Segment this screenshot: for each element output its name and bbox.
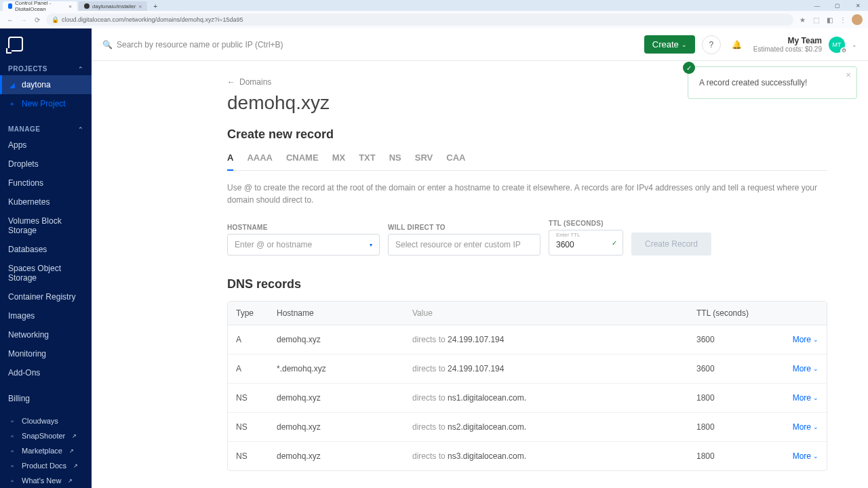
tab-close-icon[interactable]: × xyxy=(138,3,142,9)
window-close[interactable]: ✕ xyxy=(848,0,868,11)
do-favicon-icon xyxy=(8,3,12,9)
cell-hostname: *.demohq.xyz xyxy=(277,364,412,373)
window-maximize[interactable]: ▢ xyxy=(827,0,848,11)
team-info: My Team Estimated costs: $0.29 xyxy=(753,36,822,53)
tab-bar: Control Panel - DigitalOcean × daytonaio… xyxy=(0,0,868,11)
tab-ns[interactable]: NS xyxy=(389,152,401,170)
table-row: NSdemohq.xyzdirects to ns1.digitalocean.… xyxy=(228,384,827,413)
help-icon[interactable]: ? xyxy=(702,35,721,54)
sidebar-footer-snapshooter[interactable]: ▫SnapShooter↗ xyxy=(0,428,92,443)
nav-reload-icon[interactable]: ⟳ xyxy=(33,15,42,24)
create-button[interactable]: Create ⌄ xyxy=(644,35,695,54)
sidebar-item-apps[interactable]: Apps xyxy=(0,136,92,155)
sidebar-item-add-ons[interactable]: Add-Ons xyxy=(0,363,92,382)
chevron-down-icon[interactable]: ⌄ xyxy=(852,41,857,48)
team-cost: Estimated costs: $0.29 xyxy=(753,45,822,53)
manage-header[interactable]: MANAGE ⌃ xyxy=(0,120,92,136)
sidebar-footer-cloudways[interactable]: ▫Cloudways xyxy=(0,413,92,428)
digitalocean-logo-icon xyxy=(8,37,23,52)
nav-back-icon[interactable]: ← xyxy=(5,15,15,24)
ext-icon[interactable]: ⬚ xyxy=(811,15,821,24)
nav-forward-icon[interactable]: → xyxy=(19,15,28,24)
chevron-down-icon: ▾ xyxy=(370,242,372,248)
browser-tab[interactable]: daytonaio/installer × xyxy=(79,1,147,11)
external-link-icon: ↗ xyxy=(73,463,78,469)
more-button[interactable]: More ⌄ xyxy=(793,364,818,373)
search-input[interactable]: 🔍 Search by resource name or public IP (… xyxy=(102,40,637,49)
projects-header[interactable]: PROJECTS ⌃ xyxy=(0,60,92,75)
create-record-form: HOSTNAME Enter @ or hostname ▾ WILL DIRE… xyxy=(227,220,827,256)
hostname-input[interactable]: Enter @ or hostname ▾ xyxy=(227,234,380,256)
browser-tab-active[interactable]: Control Panel - DigitalOcean × xyxy=(3,1,77,11)
arrow-left-icon: ← xyxy=(227,77,235,87)
sidebar-project-daytona[interactable]: ◢ daytona xyxy=(0,75,92,94)
notifications-icon[interactable]: 🔔 xyxy=(728,35,747,54)
tab-txt[interactable]: TXT xyxy=(359,152,376,170)
sidebar-item-volumes-block-storage[interactable]: Volumes Block Storage xyxy=(0,211,92,240)
sidebar-item-container-registry[interactable]: Container Registry xyxy=(0,287,92,306)
page-content: ← Domains demohq.xyz Create new record A… xyxy=(92,61,868,488)
chevron-down-icon: ⌄ xyxy=(813,336,818,343)
cell-hostname: demohq.xyz xyxy=(277,451,412,461)
tab-cname[interactable]: CNAME xyxy=(286,152,319,170)
more-button[interactable]: More ⌄ xyxy=(793,422,818,432)
tab-a[interactable]: A xyxy=(227,152,233,171)
profile-icon[interactable] xyxy=(852,14,863,25)
link-icon: ▫ xyxy=(8,476,16,485)
cell-ttl: 1800 xyxy=(696,422,778,432)
create-record-button[interactable]: Create Record xyxy=(631,232,711,256)
address-bar: ← → ⟳ 🔒 cloud.digitalocean.com/networkin… xyxy=(0,11,868,28)
ttl-label: TTL (SECONDS) xyxy=(549,220,623,227)
external-link-icon: ↗ xyxy=(69,448,74,454)
close-icon[interactable]: ✕ xyxy=(846,71,851,79)
dns-table: Type Hostname Value TTL (seconds) Ademoh… xyxy=(227,301,827,471)
sidebar-footer-what-s-new[interactable]: ▫What's New↗ xyxy=(0,473,92,488)
chevron-down-icon: ⌄ xyxy=(813,424,818,430)
table-row: NSdemohq.xyzdirects to ns2.digitalocean.… xyxy=(228,413,827,442)
link-icon: ▫ xyxy=(8,417,16,425)
ext-icon[interactable]: ⋮ xyxy=(838,15,848,24)
ext-icon[interactable]: ★ xyxy=(797,15,807,24)
sidebar-item-kubernetes[interactable]: Kubernetes xyxy=(0,192,92,211)
tab-caa[interactable]: CAA xyxy=(446,152,465,170)
more-button[interactable]: More ⌄ xyxy=(793,393,818,403)
avatar[interactable]: MT xyxy=(829,37,845,53)
browser-chrome: — ▢ ✕ Control Panel - DigitalOcean × day… xyxy=(0,0,868,28)
github-favicon-icon xyxy=(84,3,90,9)
success-toast: ✓ ✕ A record created successfully! xyxy=(688,66,857,99)
direct-to-input[interactable]: Select resource or enter custom IP xyxy=(388,234,540,256)
tab-mx[interactable]: MX xyxy=(332,152,346,170)
record-type-tabs: AAAAACNAMEMXTXTNSSRVCAA xyxy=(227,152,827,171)
table-row: NSdemohq.xyzdirects to ns3.digitalocean.… xyxy=(228,442,827,470)
logo-area[interactable] xyxy=(0,28,92,60)
new-tab-button[interactable]: + xyxy=(151,2,159,10)
cell-ttl: 1800 xyxy=(696,393,778,403)
cell-value: directs to 24.199.107.194 xyxy=(412,335,696,344)
sidebar-item-functions[interactable]: Functions xyxy=(0,174,92,192)
sidebar-item-networking[interactable]: Networking xyxy=(0,325,92,344)
lock-icon: 🔒 xyxy=(52,16,59,23)
url-input[interactable]: 🔒 cloud.digitalocean.com/networking/doma… xyxy=(46,14,793,26)
sidebar-footer-product-docs[interactable]: ▫Product Docs↗ xyxy=(0,458,92,473)
more-button[interactable]: More ⌄ xyxy=(793,335,818,344)
ttl-input[interactable]: Enter TTL 3600 ✓ xyxy=(549,230,623,256)
chevron-up-icon: ⌃ xyxy=(78,126,84,133)
sidebar-item-droplets[interactable]: Droplets xyxy=(0,155,92,174)
sidebar-item-spaces-object-storage[interactable]: Spaces Object Storage xyxy=(0,259,92,287)
sidebar-item-monitoring[interactable]: Monitoring xyxy=(0,344,92,363)
sidebar-item-images[interactable]: Images xyxy=(0,306,92,325)
sidebar-footer-marketplace[interactable]: ▫Marketplace↗ xyxy=(0,443,92,458)
hostname-label: HOSTNAME xyxy=(227,224,380,231)
sidebar-item-billing[interactable]: Billing xyxy=(0,389,92,408)
new-project-button[interactable]: + New Project xyxy=(0,94,92,113)
tab-close-icon[interactable]: × xyxy=(68,3,72,9)
sidebar: PROJECTS ⌃ ◢ daytona + New Project MANAG… xyxy=(0,28,92,488)
window-minimize[interactable]: — xyxy=(807,0,827,11)
more-button[interactable]: More ⌄ xyxy=(793,451,818,461)
ext-icon[interactable]: ◧ xyxy=(825,15,834,24)
link-icon: ▫ xyxy=(8,432,16,440)
tab-aaaa[interactable]: AAAA xyxy=(247,152,273,170)
tab-srv[interactable]: SRV xyxy=(415,152,433,170)
sidebar-item-databases[interactable]: Databases xyxy=(0,240,92,259)
plus-icon: + xyxy=(8,100,16,108)
